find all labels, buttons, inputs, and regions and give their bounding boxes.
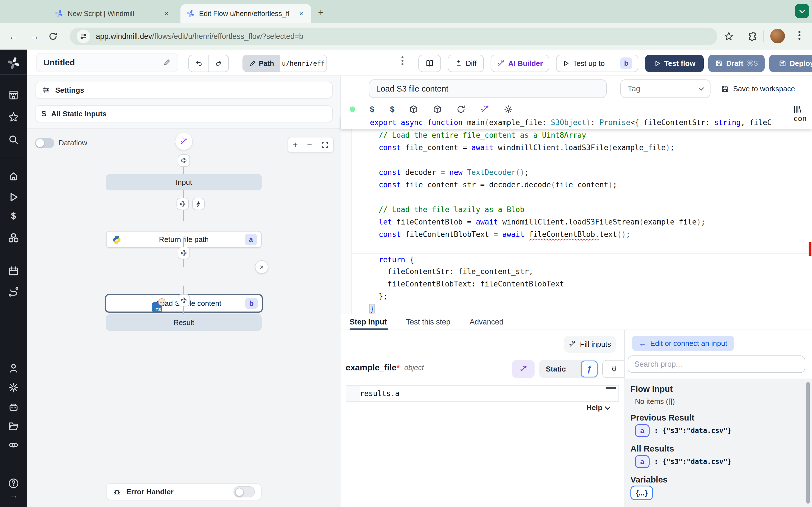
tab-close-icon[interactable]: × bbox=[297, 9, 306, 18]
expression-editor[interactable]: results.a bbox=[346, 385, 619, 402]
all-results-row[interactable]: a : {"s3":"data.csv"} bbox=[635, 455, 732, 468]
fill-inputs-button[interactable]: Fill inputs bbox=[564, 336, 616, 353]
resources-dollar-icon[interactable]: $ bbox=[390, 105, 395, 114]
url-pathname: /flows/edit/u/henri/effortless_flow?sele… bbox=[152, 32, 303, 41]
variables-dollar-icon[interactable]: $ bbox=[370, 105, 374, 114]
test-up-to-button[interactable]: Test up to b bbox=[556, 55, 638, 72]
test-flow-button[interactable]: Test flow bbox=[645, 55, 704, 72]
search-prop-input[interactable] bbox=[627, 355, 805, 373]
tab-close-icon[interactable]: × bbox=[162, 9, 171, 18]
scrollbar-thumb[interactable] bbox=[606, 387, 616, 389]
tab-step-input[interactable]: Step Input bbox=[350, 318, 387, 327]
step-title-input[interactable]: Load S3 file content bbox=[369, 79, 607, 98]
add-step-button[interactable] bbox=[176, 198, 189, 210]
tab-test-this-step[interactable]: Test this step bbox=[406, 318, 451, 327]
docs-book-button[interactable] bbox=[418, 55, 441, 72]
undo-button[interactable] bbox=[189, 55, 209, 71]
resources-cubes-icon[interactable] bbox=[8, 232, 19, 243]
bookmark-star-icon[interactable] bbox=[724, 32, 733, 41]
error-handler-toggle[interactable] bbox=[234, 486, 255, 497]
path-button[interactable]: Path bbox=[243, 55, 280, 71]
add-step-button[interactable] bbox=[177, 294, 190, 306]
deploy-button[interactable]: Deploy bbox=[769, 55, 812, 72]
browser-menu-icon[interactable] bbox=[799, 34, 801, 36]
home-icon[interactable] bbox=[8, 171, 19, 182]
package-icon[interactable] bbox=[433, 105, 442, 114]
forward-icon[interactable]: → bbox=[26, 31, 43, 42]
zoom-in-icon[interactable]: + bbox=[293, 140, 298, 150]
add-step-button[interactable] bbox=[177, 154, 190, 167]
redo-button[interactable] bbox=[209, 55, 229, 71]
arrow-left-icon: ← bbox=[639, 339, 646, 348]
code-lines[interactable]: // Load the entire file_content as a Uin… bbox=[341, 129, 812, 315]
close-icon: × bbox=[259, 263, 264, 272]
package-icon[interactable] bbox=[409, 105, 418, 114]
previous-result-row[interactable]: a : {"s3":"data.csv"} bbox=[635, 424, 732, 437]
expression-mode-button[interactable]: ƒ bbox=[581, 360, 598, 378]
kiosk-icon[interactable] bbox=[8, 89, 19, 100]
tab-search-button[interactable] bbox=[795, 4, 809, 18]
scrollbar-thumb[interactable] bbox=[806, 382, 810, 504]
remove-step-button[interactable]: × bbox=[255, 260, 268, 274]
step-tabs: Step Input Test this step Advanced bbox=[341, 314, 812, 330]
reload-icon[interactable] bbox=[49, 32, 57, 41]
windmill-logo[interactable] bbox=[7, 56, 20, 70]
save-to-workspace-button[interactable]: Save to workspace bbox=[721, 79, 795, 98]
settings-gear-icon[interactable] bbox=[8, 382, 19, 393]
schedules-calendar-icon[interactable] bbox=[8, 265, 19, 277]
ai-fill-button[interactable] bbox=[512, 360, 535, 378]
workers-robot-icon[interactable] bbox=[8, 401, 19, 412]
collapse-arrow-icon[interactable]: → bbox=[8, 491, 19, 500]
extensions-puzzle-icon[interactable] bbox=[748, 32, 757, 41]
flow-settings-button[interactable]: Settings bbox=[35, 82, 333, 99]
fit-view-icon[interactable] bbox=[321, 141, 328, 149]
add-step-button[interactable] bbox=[177, 247, 190, 259]
edit-or-connect-button[interactable]: ← Edit or connect an input bbox=[632, 336, 734, 351]
draft-button[interactable]: Draft ⌘S bbox=[708, 55, 765, 72]
tab-advanced[interactable]: Advanced bbox=[470, 318, 504, 327]
zoom-out-icon[interactable]: − bbox=[307, 140, 312, 150]
audit-eye-icon[interactable] bbox=[8, 439, 19, 451]
search-icon[interactable] bbox=[8, 134, 19, 145]
new-tab-button[interactable]: + bbox=[318, 7, 324, 18]
flow-input-empty: No items ([]) bbox=[635, 397, 675, 406]
sidebar-divider bbox=[0, 158, 27, 158]
flow-name-field[interactable]: Untitled bbox=[36, 53, 178, 72]
error-handler-row[interactable]: Error Handler bbox=[106, 483, 262, 500]
help-toggle[interactable]: Help bbox=[587, 403, 610, 412]
dataflow-toggle[interactable] bbox=[35, 138, 54, 148]
ai-builder-button[interactable]: AI Builder bbox=[491, 55, 549, 72]
flow-node-input[interactable]: Input bbox=[106, 174, 262, 190]
pencil-icon[interactable] bbox=[163, 59, 171, 66]
folders-icon[interactable] bbox=[8, 420, 19, 432]
address-bar[interactable]: app.windmill.dev/flows/edit/u/henri/effo… bbox=[70, 27, 717, 45]
add-trigger-button[interactable] bbox=[192, 198, 205, 210]
profile-avatar[interactable] bbox=[770, 29, 785, 43]
ai-wand-button[interactable] bbox=[175, 133, 192, 150]
status-dot-icon bbox=[350, 107, 355, 112]
result-badge-a[interactable]: a bbox=[635, 424, 650, 437]
routes-icon[interactable] bbox=[8, 286, 19, 297]
more-options-icon[interactable] bbox=[402, 60, 403, 62]
refresh-icon[interactable] bbox=[456, 105, 465, 114]
flow-node-result[interactable]: Result bbox=[106, 314, 262, 331]
static-mode-toggle[interactable]: Static ƒ bbox=[539, 360, 598, 378]
all-static-inputs-button[interactable]: $ All Static Inputs bbox=[35, 105, 333, 122]
result-badge-a[interactable]: a bbox=[635, 455, 650, 468]
library-icon[interactable] bbox=[793, 105, 802, 114]
variables-dollar-icon[interactable]: $ bbox=[8, 211, 19, 221]
tag-select[interactable]: Tag bbox=[620, 79, 711, 98]
back-icon[interactable]: ← bbox=[4, 31, 21, 42]
runs-play-icon[interactable] bbox=[8, 191, 19, 203]
path-value[interactable]: u/henri/eff bbox=[280, 55, 326, 71]
user-icon[interactable] bbox=[8, 363, 19, 374]
diff-button[interactable]: Diff bbox=[448, 55, 484, 72]
variables-badge[interactable]: {...} bbox=[630, 486, 653, 500]
site-settings-icon[interactable] bbox=[77, 30, 90, 43]
browser-tab-inactive[interactable]: New Script | Windmill × bbox=[49, 4, 176, 23]
browser-tab-active[interactable]: Edit Flow u/henri/effortless_fl × bbox=[181, 4, 311, 23]
favorites-star-icon[interactable] bbox=[8, 112, 19, 123]
ai-wand-icon[interactable] bbox=[480, 105, 489, 114]
gear-icon[interactable] bbox=[504, 105, 513, 114]
help-icon[interactable] bbox=[8, 478, 19, 489]
